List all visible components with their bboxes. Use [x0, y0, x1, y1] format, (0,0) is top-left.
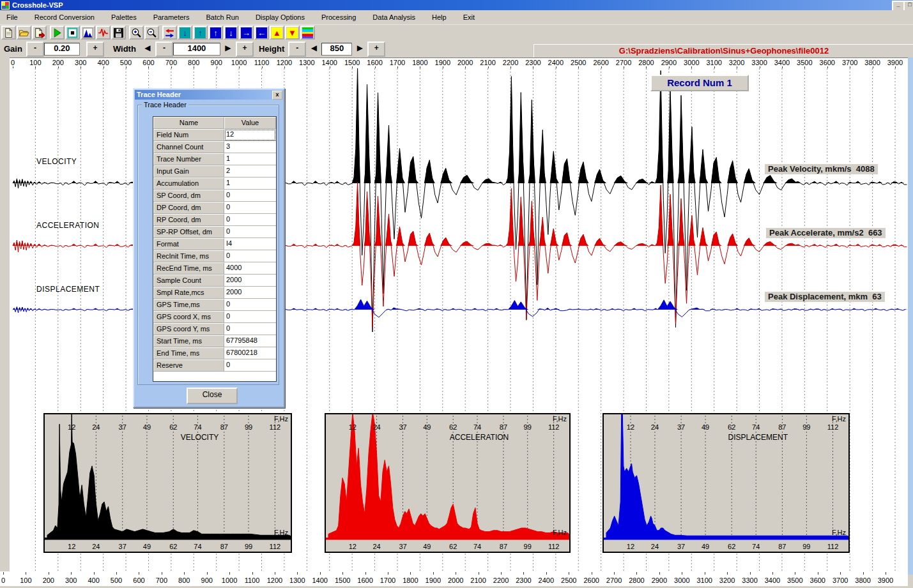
gain-up-button[interactable]: ▲ — [270, 26, 284, 40]
field-value-cell[interactable]: 0 — [224, 359, 276, 372]
field-value-cell[interactable]: 1 — [224, 153, 276, 165]
table-row: Input Gain2 — [153, 165, 276, 177]
move-up-button[interactable]: ↑ — [208, 26, 223, 40]
zoom-in-button[interactable] — [129, 26, 144, 40]
ruler-number: 3100 — [696, 577, 712, 584]
ruler-number: 1900 — [426, 577, 441, 584]
move-right-button[interactable]: → — [239, 26, 254, 40]
menu-item-exit[interactable]: Exit — [455, 11, 483, 23]
shift-down-icon: ↓ — [180, 27, 190, 38]
menu-item-batch-run[interactable]: Batch Run — [198, 11, 247, 23]
play-button[interactable] — [50, 26, 65, 40]
menu-item-help[interactable]: Help — [424, 11, 455, 23]
save-button[interactable] — [111, 26, 126, 40]
waveform-button[interactable] — [96, 26, 111, 40]
gain-down-button[interactable]: ▼ — [285, 26, 300, 40]
freq-tick-label: 112 — [548, 423, 560, 431]
ruler-number: 2500 — [561, 577, 576, 584]
open-folder-button[interactable] — [17, 26, 31, 40]
field-value-cell[interactable]: 2000 — [224, 275, 276, 287]
field-value-cell[interactable]: I4 — [224, 238, 276, 250]
gain-up-icon: ▲ — [272, 27, 282, 38]
ruler-tick — [297, 572, 298, 575]
trace-header-groupbox: Trace Header NameValueField Num12Channel… — [137, 105, 279, 385]
close-button[interactable]: Close — [187, 388, 238, 404]
gain-field[interactable]: 0.20 — [44, 43, 80, 56]
peak-value-label: Peak Accelerate, mm/s2 663 — [766, 228, 886, 238]
field-value-cell[interactable]: 0 — [224, 250, 276, 262]
menu-item-file[interactable]: File — [0, 11, 26, 23]
menu-item-palettes[interactable]: Palettes — [103, 11, 145, 23]
field-value-cell[interactable]: 0 — [224, 190, 276, 202]
shift-down-button[interactable]: ↓ — [178, 26, 192, 40]
menu-item-processing[interactable]: Processing — [313, 11, 364, 23]
field-value-cell[interactable]: 1 — [224, 177, 276, 190]
width-increase-button[interactable]: + — [236, 41, 254, 57]
height-left-button[interactable]: ◀ — [306, 43, 321, 56]
field-value-cell[interactable]: 0 — [224, 311, 276, 323]
menu-item-parameters[interactable]: Parameters — [145, 11, 198, 23]
shift-up-icon: ↑ — [195, 27, 206, 38]
height-field[interactable]: 850 — [321, 43, 352, 56]
acceleration-spectrum-area — [328, 414, 569, 538]
ruler-tick — [94, 572, 95, 575]
field-value-cell[interactable]: 3 — [224, 141, 276, 153]
field-value-cell[interactable]: 0 — [224, 214, 276, 226]
table-row: Field Num12 — [153, 129, 276, 141]
field-value-cell[interactable]: 12 — [224, 129, 276, 141]
ruler-tick — [727, 572, 728, 575]
zoom-out-button[interactable] — [144, 26, 159, 40]
ruler-number: 200 — [52, 59, 64, 66]
export-record-button[interactable] — [32, 26, 47, 40]
shift-up-button[interactable]: ↑ — [193, 26, 208, 40]
new-document-button[interactable] — [1, 26, 16, 40]
field-value-cell[interactable]: 0 — [224, 323, 276, 335]
field-value-cell[interactable]: 0 — [224, 226, 276, 238]
swap-channels-button[interactable] — [162, 26, 177, 40]
field-name-cell: RecInit Time, ms — [153, 250, 224, 262]
menu-item-record-conversion[interactable]: Record Conversion — [26, 11, 103, 23]
freq-tick-label: 99 — [524, 423, 532, 431]
field-value-cell[interactable]: 4000 — [224, 262, 276, 275]
stop-button[interactable] — [65, 26, 80, 40]
freq-tick-label: 87 — [778, 423, 786, 431]
height-increase-button[interactable]: + — [367, 41, 385, 57]
palette-button[interactable] — [300, 26, 315, 40]
field-value-cell[interactable]: 0 — [224, 299, 276, 311]
height-decrease-button[interactable]: - — [288, 41, 306, 57]
menu-item-data-analysis[interactable]: Data Analysis — [364, 11, 424, 23]
menu-item-display-options[interactable]: Display Options — [247, 11, 313, 23]
waveform-icon — [98, 27, 109, 38]
field-value-cell[interactable]: 0 — [224, 202, 276, 214]
height-right-button[interactable]: ▶ — [352, 43, 367, 56]
freq-tick-label: 12 — [349, 423, 357, 431]
field-value-cell[interactable]: 67795848 — [224, 335, 276, 347]
gain-increase-button[interactable]: + — [86, 41, 104, 57]
histogram-button[interactable] — [81, 26, 95, 40]
ruler-number: 2700 — [616, 59, 631, 66]
freq-tick-label: 62 — [728, 423, 735, 431]
field-name-cell: Start Time, ms — [153, 335, 224, 347]
dialog-close-icon[interactable]: x — [272, 91, 282, 100]
field-value-cell[interactable]: 2 — [224, 165, 276, 177]
width-left-button[interactable]: ◀ — [140, 43, 155, 56]
gain-decrease-button[interactable]: - — [26, 41, 44, 57]
ruler-tick — [705, 572, 705, 575]
move-left-button[interactable]: ← — [254, 26, 269, 40]
dialog-title-bar[interactable]: Trace Header — [135, 90, 283, 100]
move-down-button[interactable]: ↓ — [224, 26, 238, 40]
right-border — [908, 57, 913, 575]
ruler-number: 2800 — [638, 59, 654, 66]
width-field[interactable]: 1400 — [173, 43, 220, 56]
ruler-tick — [614, 572, 615, 575]
freq-tick-label: 99 — [245, 423, 252, 431]
width-decrease-button[interactable]: - — [155, 41, 173, 57]
table-row: Channel Count3 — [153, 141, 276, 153]
field-value-cell[interactable]: 2000 — [224, 287, 276, 299]
trace-label-acceleration: ACCELERATION — [36, 221, 99, 230]
width-right-button[interactable]: ▶ — [220, 43, 236, 56]
ruler-number: 800 — [188, 59, 199, 66]
field-name-cell: RP Coord, dm — [153, 214, 224, 226]
ruler-number: 3000 — [684, 59, 699, 66]
field-value-cell[interactable]: 67800218 — [224, 347, 276, 359]
